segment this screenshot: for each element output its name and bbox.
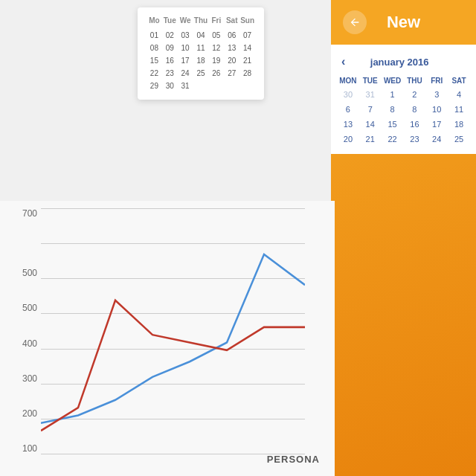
right-cal-header: TUE xyxy=(359,74,382,87)
small-cal-cell[interactable]: 01 xyxy=(147,29,162,42)
small-cal-cell[interactable] xyxy=(224,80,239,92)
day-fri: Fri xyxy=(208,15,224,26)
right-cal-cell[interactable]: 20 xyxy=(337,132,359,147)
right-cal-cell[interactable]: 4 xyxy=(448,87,470,102)
small-cal-cell[interactable]: 06 xyxy=(224,29,239,42)
chart-area: 700500500400300200100 xyxy=(0,201,335,476)
small-cal-cell[interactable] xyxy=(193,80,209,92)
day-thu: Thu xyxy=(193,15,209,26)
right-panel-header: New xyxy=(331,0,476,45)
right-cal-cell[interactable]: 1 xyxy=(382,87,404,102)
day-we: We xyxy=(178,15,193,26)
chart-inner: 700500500400300200100 xyxy=(41,208,305,454)
new-title: New xyxy=(367,13,440,32)
y-axis-label: 100 xyxy=(4,443,37,454)
red-line xyxy=(41,300,305,431)
small-calendar-header: Mo Tue We Thu Fri Sat Sun xyxy=(147,15,255,26)
small-cal-cell[interactable]: 04 xyxy=(193,29,209,42)
small-cal-cell[interactable]: 10 xyxy=(178,42,193,54)
right-cal-cell[interactable]: 8 xyxy=(404,102,426,117)
right-cal-cell[interactable]: 23 xyxy=(404,132,426,147)
back-arrow-icon xyxy=(349,16,361,28)
small-cal-cell[interactable]: 30 xyxy=(162,80,178,92)
y-axis-label: 500 xyxy=(4,268,37,278)
small-cal-cell[interactable]: 28 xyxy=(239,67,255,80)
small-cal-cell[interactable]: 27 xyxy=(224,67,239,80)
right-cal-cell[interactable]: 21 xyxy=(359,132,382,147)
small-cal-cell[interactable]: 13 xyxy=(224,42,239,54)
right-cal-cell[interactable]: 17 xyxy=(425,117,448,132)
right-cal-grid: MONTUEWEDTHUFRISAT3031123467881011131415… xyxy=(337,74,470,147)
month-title: january 2016 xyxy=(370,57,429,68)
back-button[interactable] xyxy=(343,10,367,34)
right-cal-cell[interactable]: 14 xyxy=(359,117,382,132)
y-axis-label: 700 xyxy=(4,208,37,219)
right-cal-cell[interactable]: 24 xyxy=(425,132,448,147)
small-cal-cell[interactable]: 11 xyxy=(193,42,209,54)
day-sun: Sun xyxy=(239,15,255,26)
right-cal-cell[interactable]: 22 xyxy=(382,132,404,147)
y-axis-label: 300 xyxy=(4,373,37,384)
right-cal-cell[interactable]: 7 xyxy=(359,102,382,117)
right-cal-cell[interactable]: 25 xyxy=(448,132,470,147)
small-cal-cell[interactable]: 29 xyxy=(147,80,162,92)
small-cal-cell[interactable] xyxy=(239,80,255,92)
small-cal-cell[interactable]: 17 xyxy=(178,54,193,67)
right-cal-header: MON xyxy=(337,74,359,87)
day-tue: Tue xyxy=(162,15,178,26)
right-calendar: ‹ january 2016 MONTUEWEDTHUFRISAT3031123… xyxy=(331,45,476,154)
small-cal-cell[interactable]: 18 xyxy=(193,54,209,67)
day-mo: Mo xyxy=(147,15,162,26)
small-cal-cell[interactable]: 31 xyxy=(178,80,193,92)
right-cal-cell[interactable]: 6 xyxy=(337,102,359,117)
small-cal-cell[interactable]: 19 xyxy=(208,54,224,67)
chart-h-line xyxy=(41,454,305,454)
right-cal-cell[interactable]: 13 xyxy=(337,117,359,132)
small-cal-cell[interactable]: 07 xyxy=(239,29,255,42)
small-cal-cell[interactable]: 08 xyxy=(147,42,162,54)
right-cal-cell[interactable]: 2 xyxy=(404,87,426,102)
right-cal-cell[interactable]: 10 xyxy=(425,102,448,117)
small-cal-cell[interactable]: 22 xyxy=(147,67,162,80)
small-calendar: Mo Tue We Thu Fri Sat Sun 01020304050607… xyxy=(138,7,264,100)
right-cal-cell[interactable]: 15 xyxy=(382,117,404,132)
small-cal-cell[interactable]: 23 xyxy=(162,67,178,80)
day-sat: Sat xyxy=(224,15,239,26)
prev-month-button[interactable]: ‹ xyxy=(341,55,345,68)
right-cal-nav: ‹ january 2016 xyxy=(337,52,470,74)
small-cal-cell[interactable]: 14 xyxy=(239,42,255,54)
persona-label: PERSONA xyxy=(267,454,320,465)
small-cal-cell[interactable]: 05 xyxy=(208,29,224,42)
right-cal-cell[interactable]: 11 xyxy=(448,102,470,117)
right-cal-cell[interactable]: 18 xyxy=(448,117,470,132)
small-cal-cell[interactable]: 21 xyxy=(239,54,255,67)
right-cal-cell[interactable]: 8 xyxy=(382,102,404,117)
right-panel: New ‹ january 2016 MONTUEWEDTHUFRISAT303… xyxy=(331,0,476,476)
right-cal-cell[interactable]: 3 xyxy=(425,87,448,102)
small-cal-cell[interactable]: 12 xyxy=(208,42,224,54)
right-cal-header: FRI xyxy=(425,74,448,87)
y-axis-label: 500 xyxy=(4,303,37,313)
small-cal-cell[interactable]: 25 xyxy=(193,67,209,80)
small-cal-cell[interactable]: 20 xyxy=(224,54,239,67)
chart-svg xyxy=(41,208,305,454)
small-cal-cell[interactable]: 02 xyxy=(162,29,178,42)
small-cal-cell[interactable]: 24 xyxy=(178,67,193,80)
small-cal-cell[interactable] xyxy=(208,80,224,92)
right-cal-cell[interactable]: 31 xyxy=(359,87,382,102)
right-cal-header: THU xyxy=(404,74,426,87)
right-cal-header: WED xyxy=(382,74,404,87)
small-cal-cell[interactable]: 03 xyxy=(178,29,193,42)
small-cal-cell[interactable]: 09 xyxy=(162,42,178,54)
right-cal-cell[interactable]: 16 xyxy=(404,117,426,132)
small-cal-cell[interactable]: 16 xyxy=(162,54,178,67)
right-cal-header: SAT xyxy=(448,74,470,87)
y-axis-label: 200 xyxy=(4,408,37,419)
y-axis-label: 400 xyxy=(4,338,37,349)
small-cal-cell[interactable]: 15 xyxy=(147,54,162,67)
small-cal-cell[interactable]: 26 xyxy=(208,67,224,80)
y-axis-labels: 700500500400300200100 xyxy=(4,208,37,454)
small-calendar-grid: 0102030405060708091011121314151617181920… xyxy=(147,29,255,92)
right-cal-cell[interactable]: 30 xyxy=(337,87,359,102)
